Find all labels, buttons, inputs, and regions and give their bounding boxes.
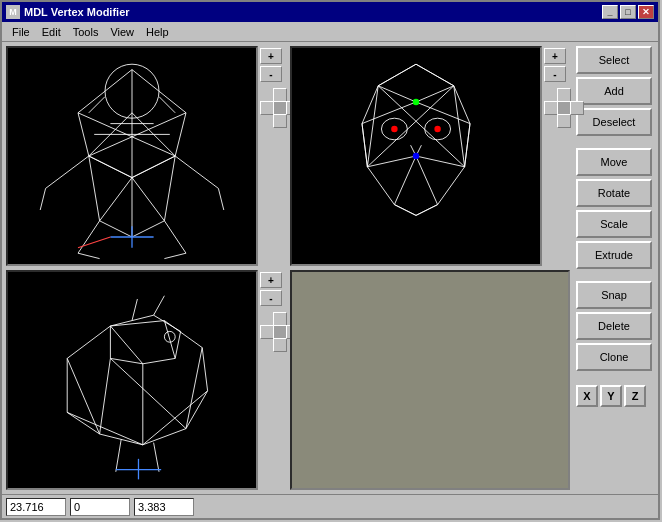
nav-down-topright[interactable] (557, 114, 571, 128)
svg-line-7 (46, 156, 89, 188)
nav-left-topleft[interactable] (260, 101, 274, 115)
clone-button[interactable]: Clone (576, 343, 652, 371)
wireframe-bottomleft (8, 272, 256, 488)
menu-edit[interactable]: Edit (36, 24, 67, 40)
wireframe-topright (292, 48, 540, 264)
extrude-button[interactable]: Extrude (576, 241, 652, 269)
axis-z-button[interactable]: Z (624, 385, 646, 407)
close-button[interactable]: ✕ (638, 5, 654, 19)
divider2 (576, 272, 652, 278)
viewports-bottom: + - (6, 270, 570, 490)
status-field-2[interactable]: 0 (70, 498, 130, 516)
nav-center-topleft[interactable] (273, 101, 287, 115)
svg-line-26 (378, 64, 416, 86)
nav-center-topright[interactable] (557, 101, 571, 115)
title-bar: M MDL Vertex Modifier _ □ ✕ (2, 2, 658, 22)
svg-line-34 (367, 156, 416, 167)
snap-button[interactable]: Snap (576, 281, 652, 309)
svg-line-27 (416, 64, 454, 86)
menu-file[interactable]: File (6, 24, 36, 40)
svg-line-33 (465, 124, 470, 167)
status-bar: 23.716 0 3.383 (2, 494, 658, 518)
svg-line-18 (89, 97, 105, 113)
viewport-topright-controls: + - (542, 46, 570, 266)
viewport-bottomleft[interactable] (6, 270, 258, 490)
svg-line-60 (116, 439, 121, 471)
svg-line-58 (67, 358, 99, 434)
viewport-topleft[interactable] (6, 46, 258, 266)
wireframe-topleft (8, 48, 256, 264)
svg-line-36 (394, 156, 416, 205)
status-field-3[interactable]: 3.383 (134, 498, 194, 516)
nav-left-topright[interactable] (544, 101, 558, 115)
minimize-button[interactable]: _ (602, 5, 618, 19)
svg-line-47 (367, 86, 453, 167)
svg-line-19 (159, 97, 175, 113)
svg-point-50 (413, 99, 419, 105)
menu-help[interactable]: Help (140, 24, 175, 40)
nav-up-topleft[interactable] (273, 88, 287, 102)
viewport-bottomright-container (290, 270, 570, 490)
nav-up-bottomleft[interactable] (273, 312, 287, 326)
svg-line-65 (100, 358, 111, 434)
viewport-topright[interactable] (290, 46, 542, 266)
svg-line-55 (164, 321, 175, 359)
axis-y-button[interactable]: Y (600, 385, 622, 407)
zoom-out-bottomleft[interactable]: - (260, 290, 282, 306)
svg-line-46 (378, 86, 464, 167)
zoom-in-bottomleft[interactable]: + (260, 272, 282, 288)
svg-line-9 (40, 188, 45, 210)
sidebar: Select Add Deselect Move Rotate Scale Ex… (574, 46, 654, 490)
nav-down-bottomleft[interactable] (273, 338, 287, 352)
window-title: MDL Vertex Modifier (24, 6, 130, 18)
svg-line-6 (164, 253, 186, 258)
zoom-out-topright[interactable]: - (544, 66, 566, 82)
svg-line-62 (132, 299, 137, 321)
nav-down-topleft[interactable] (273, 114, 287, 128)
svg-line-67 (110, 358, 186, 428)
svg-line-56 (186, 348, 202, 429)
status-field-1[interactable]: 23.716 (6, 498, 66, 516)
nav-up-topright[interactable] (557, 88, 571, 102)
add-button[interactable]: Add (576, 77, 652, 105)
divider1 (576, 139, 652, 145)
zoom-in-topleft[interactable]: + (260, 48, 282, 64)
title-buttons: _ □ ✕ (602, 5, 654, 19)
deselect-button[interactable]: Deselect (576, 108, 652, 136)
svg-line-39 (416, 205, 438, 216)
svg-line-63 (154, 296, 165, 315)
svg-line-54 (110, 326, 142, 364)
svg-line-32 (362, 124, 367, 167)
svg-point-49 (434, 126, 440, 132)
axis-row: X Y Z (576, 385, 652, 407)
nav-left-bottomleft[interactable] (260, 325, 274, 339)
main-content: + - (2, 42, 658, 494)
viewport-bottomright[interactable] (290, 270, 570, 490)
nav-right-topright[interactable] (570, 101, 584, 115)
app-icon: M (6, 5, 20, 19)
rotate-button[interactable]: Rotate (576, 179, 652, 207)
viewports-area: + - (6, 46, 570, 490)
menu-view[interactable]: View (104, 24, 140, 40)
viewport-topright-container: + - (290, 46, 570, 266)
maximize-button[interactable]: □ (620, 5, 636, 19)
svg-line-16 (100, 178, 132, 221)
axis-x-button[interactable]: X (576, 385, 598, 407)
svg-point-51 (413, 153, 419, 159)
divider3 (576, 374, 652, 380)
svg-line-29 (416, 86, 454, 102)
nav-center-bottomleft[interactable] (273, 325, 287, 339)
svg-line-3 (78, 221, 100, 253)
svg-line-10 (218, 188, 223, 210)
scale-button[interactable]: Scale (576, 210, 652, 238)
select-button[interactable]: Select (576, 46, 652, 74)
svg-line-28 (378, 86, 416, 102)
menu-tools[interactable]: Tools (67, 24, 105, 40)
viewports-top: + - (6, 46, 570, 266)
main-window: M MDL Vertex Modifier _ □ ✕ File Edit To… (0, 0, 660, 520)
zoom-in-topright[interactable]: + (544, 48, 566, 64)
move-button[interactable]: Move (576, 148, 652, 176)
delete-button[interactable]: Delete (576, 312, 652, 340)
svg-line-37 (416, 156, 438, 205)
zoom-out-topleft[interactable]: - (260, 66, 282, 82)
